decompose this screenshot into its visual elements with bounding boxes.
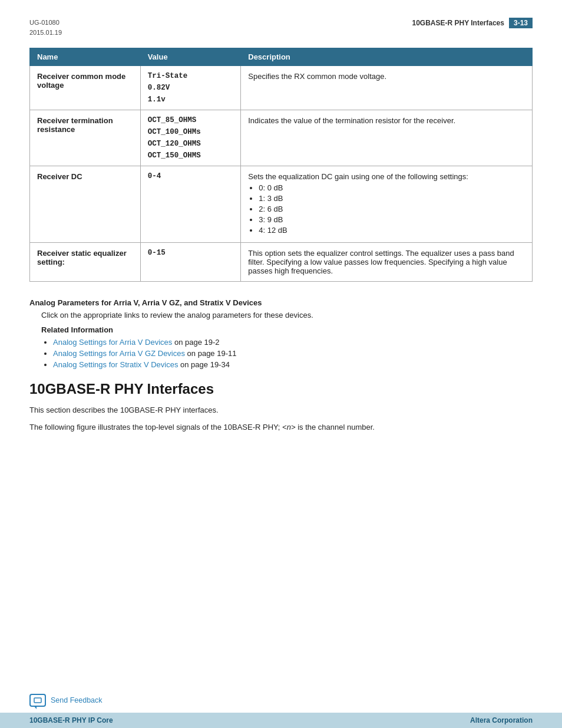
row2-val2: OCT_100_OHMs bbox=[148, 128, 234, 136]
related-info-label: Related Information bbox=[29, 325, 533, 334]
bullet1: 0: 0 dB bbox=[259, 183, 525, 192]
page: UG-01080 2015.01.19 10GBASE-R PHY Interf… bbox=[0, 0, 562, 728]
parameters-table: Name Value Description Receiver common m… bbox=[29, 48, 533, 282]
section-title-header: 10GBASE-R PHY Interfaces bbox=[412, 19, 504, 27]
link-stratix-v[interactable]: Analog Settings for Stratix V Devices bbox=[53, 360, 178, 369]
table-row: Receiver DC 0-4 Sets the equalization DC… bbox=[30, 166, 533, 243]
list-item: Analog Settings for Arria V Devices on p… bbox=[53, 338, 533, 347]
chat-icon bbox=[34, 697, 42, 703]
footer-left: 10GBASE-R PHY IP Core bbox=[29, 716, 113, 724]
analog-section: Analog Parameters for Arria V, Arria V G… bbox=[29, 298, 533, 369]
row2-desc: Indicates the value of the termination r… bbox=[241, 110, 533, 166]
row2-val1: OCT_85_OHMS bbox=[148, 116, 234, 124]
doc-meta: UG-01080 2015.01.19 bbox=[29, 18, 62, 37]
page-footer: 10GBASE-R PHY IP Core Altera Corporation bbox=[0, 713, 562, 728]
row3-desc: Sets the equalization DC gain using one … bbox=[241, 166, 533, 243]
list-item: Analog Settings for Stratix V Devices on… bbox=[53, 360, 533, 369]
analog-section-title: Analog Parameters for Arria V, Arria V G… bbox=[29, 298, 533, 307]
row3-bullets: 0: 0 dB 1: 3 dB 2: 6 dB 3: 9 dB 4: 12 dB bbox=[248, 183, 525, 235]
col-description: Description bbox=[241, 48, 533, 66]
table-row: Receiver termination resistance OCT_85_O… bbox=[30, 110, 533, 166]
row4-name: Receiver static equalizer setting: bbox=[30, 243, 141, 282]
main-section-para2: The following figure illustrates the top… bbox=[29, 421, 533, 434]
row1-value-list: Tri-State 0.82V 1.1v bbox=[148, 72, 234, 104]
row3-name: Receiver DC bbox=[30, 166, 141, 243]
row2-name: Receiver termination resistance bbox=[30, 110, 141, 166]
row4-desc: This option sets the equalizer control s… bbox=[241, 243, 533, 282]
doc-date: 2015.01.19 bbox=[29, 28, 62, 38]
row1-values: Tri-State 0.82V 1.1v bbox=[140, 66, 241, 110]
feedback-icon bbox=[29, 694, 46, 707]
bullet5: 4: 12 dB bbox=[259, 226, 525, 235]
footer-right: Altera Corporation bbox=[470, 716, 533, 724]
row2-values: OCT_85_OHMS OCT_100_OHMs OCT_120_OHMS OC… bbox=[140, 110, 241, 166]
bullet2: 1: 3 dB bbox=[259, 194, 525, 203]
row3-value-list: 0-4 bbox=[148, 172, 234, 180]
row4-value-list: 0-15 bbox=[148, 249, 234, 257]
row4-val1: 0-15 bbox=[148, 249, 234, 257]
link-arria-v-gz[interactable]: Analog Settings for Arria V GZ Devices bbox=[53, 349, 185, 358]
doc-id: UG-01080 bbox=[29, 18, 62, 28]
row2-val3: OCT_120_OHMS bbox=[148, 140, 234, 148]
related-links-list: Analog Settings for Arria V Devices on p… bbox=[29, 338, 533, 369]
row3-desc-text: Sets the equalization DC gain using one … bbox=[248, 172, 468, 181]
analog-section-desc: Click on the appropriate links to review… bbox=[29, 311, 533, 319]
send-feedback-link[interactable]: Send Feedback bbox=[51, 696, 103, 704]
col-value: Value bbox=[140, 48, 241, 66]
row1-val1: Tri-State bbox=[148, 72, 234, 80]
svg-rect-0 bbox=[34, 698, 41, 703]
link-arria-v[interactable]: Analog Settings for Arria V Devices bbox=[53, 338, 172, 347]
feedback-area: Send Feedback bbox=[29, 694, 103, 707]
header-right: 10GBASE-R PHY Interfaces 3-13 bbox=[412, 18, 533, 28]
link1-suffix: on page 19-2 bbox=[172, 338, 219, 347]
page-number: 3-13 bbox=[509, 18, 533, 28]
para2-text: The following figure illustrates the top… bbox=[29, 423, 375, 431]
link2-suffix: on page 19-11 bbox=[185, 349, 236, 358]
bullet3: 2: 6 dB bbox=[259, 205, 525, 213]
link3-suffix: on page 19-34 bbox=[178, 360, 229, 369]
row4-values: 0-15 bbox=[140, 243, 241, 282]
bullet4: 3: 9 dB bbox=[259, 215, 525, 224]
row2-val4: OCT_150_OHMS bbox=[148, 151, 234, 160]
col-name: Name bbox=[30, 48, 141, 66]
row1-val3: 1.1v bbox=[148, 95, 234, 104]
table-row: Receiver common mode voltage Tri-State 0… bbox=[30, 66, 533, 110]
row1-desc: Specifies the RX common mode voltage. bbox=[241, 66, 533, 110]
row1-name: Receiver common mode voltage bbox=[30, 66, 141, 110]
row1-val2: 0.82V bbox=[148, 84, 234, 92]
table-row: Receiver static equalizer setting: 0-15 … bbox=[30, 243, 533, 282]
main-section-para1: This section describes the 10GBASE-R PHY… bbox=[29, 404, 533, 417]
row3-val1: 0-4 bbox=[148, 172, 234, 180]
list-item: Analog Settings for Arria V GZ Devices o… bbox=[53, 349, 533, 358]
row2-value-list: OCT_85_OHMS OCT_100_OHMs OCT_120_OHMS OC… bbox=[148, 116, 234, 160]
main-section-heading: 10GBASE-R PHY Interfaces bbox=[29, 381, 533, 397]
table-header-row: Name Value Description bbox=[30, 48, 533, 66]
row3-values: 0-4 bbox=[140, 166, 241, 243]
page-header: UG-01080 2015.01.19 10GBASE-R PHY Interf… bbox=[29, 18, 533, 37]
